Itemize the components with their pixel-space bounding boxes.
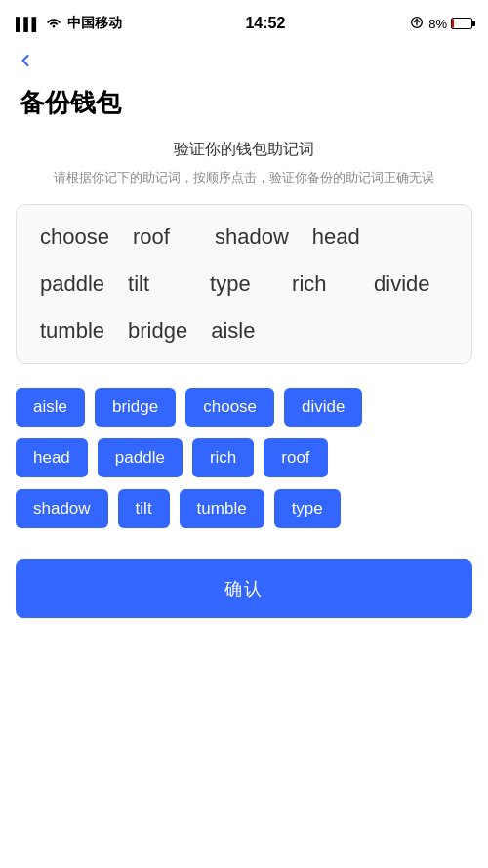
display-word-bridge: bridge bbox=[128, 318, 187, 344]
status-battery-area: 8% bbox=[409, 16, 472, 32]
display-word-tumble: tumble bbox=[40, 318, 104, 344]
wifi-icon bbox=[46, 16, 61, 31]
section-heading: 验证你的钱包助记词 bbox=[0, 140, 488, 160]
chip-shadow[interactable]: shadow bbox=[16, 489, 108, 528]
chips-row-2: head paddle rich roof bbox=[16, 438, 472, 477]
chip-bridge[interactable]: bridge bbox=[95, 388, 176, 427]
confirm-button[interactable]: 确认 bbox=[16, 559, 472, 618]
word-display-row-3: tumble bridge aisle bbox=[40, 318, 448, 344]
page-title: 备份钱包 bbox=[0, 78, 488, 140]
display-word-roof: roof bbox=[133, 225, 191, 250]
display-word-shadow: shadow bbox=[215, 225, 289, 250]
status-carrier: ▌▌▌ 中国移动 bbox=[16, 15, 122, 32]
word-display-box: choose roof shadow head paddle tilt type… bbox=[16, 204, 472, 364]
word-display-row-2: paddle tilt type rich divide bbox=[40, 271, 448, 297]
chip-aisle[interactable]: aisle bbox=[16, 388, 85, 427]
display-word-head: head bbox=[312, 225, 371, 250]
chip-divide[interactable]: divide bbox=[284, 388, 362, 427]
display-word-aisle: aisle bbox=[211, 318, 269, 344]
status-time: 14:52 bbox=[245, 15, 285, 32]
verify-section: 验证你的钱包助记词 请根据你记下的助记词，按顺序点击，验证你备份的助记词正确无误 bbox=[0, 140, 488, 188]
chip-tumble[interactable]: tumble bbox=[180, 489, 264, 528]
airdrop-icon bbox=[409, 16, 425, 32]
display-word-divide: divide bbox=[374, 271, 432, 297]
chip-head[interactable]: head bbox=[16, 438, 88, 477]
chip-tilt[interactable]: tilt bbox=[118, 489, 170, 528]
display-word-paddle: paddle bbox=[40, 271, 104, 297]
chip-paddle[interactable]: paddle bbox=[98, 438, 183, 477]
battery-percent: 8% bbox=[428, 17, 447, 31]
display-word-type: type bbox=[210, 271, 268, 297]
signal-icon: ▌▌▌ bbox=[16, 17, 40, 31]
display-word-tilt: tilt bbox=[128, 271, 186, 297]
status-bar: ▌▌▌ 中国移动 14:52 8% bbox=[0, 0, 488, 43]
battery-fill bbox=[452, 19, 454, 28]
chips-row-1: aisle bridge choose divide bbox=[16, 388, 472, 427]
display-word-choose: choose bbox=[40, 225, 109, 250]
back-button[interactable] bbox=[0, 43, 51, 78]
chip-rich[interactable]: rich bbox=[192, 438, 254, 477]
chip-roof[interactable]: roof bbox=[264, 438, 327, 477]
chips-row-3: shadow tilt tumble type bbox=[16, 489, 472, 528]
display-word-rich: rich bbox=[292, 271, 350, 297]
confirm-button-area: 确认 bbox=[0, 559, 488, 638]
section-desc: 请根据你记下的助记词，按顺序点击，验证你备份的助记词正确无误 bbox=[0, 168, 488, 188]
chip-choose[interactable]: choose bbox=[185, 388, 274, 427]
chip-type[interactable]: type bbox=[274, 489, 341, 528]
chips-area: aisle bridge choose divide head paddle r… bbox=[0, 384, 488, 559]
battery-icon bbox=[451, 18, 472, 29]
word-display-row-1: choose roof shadow head bbox=[40, 225, 448, 250]
